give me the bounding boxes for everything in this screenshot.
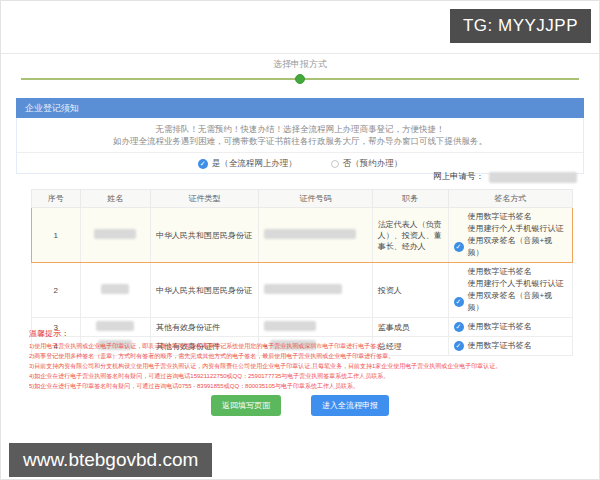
col-header-sign-method: 签名方式	[448, 190, 572, 208]
cell-cert-no	[259, 208, 373, 263]
stepper-current-dot	[295, 74, 305, 84]
radio-appointment[interactable]: 否（预约办理）	[331, 158, 403, 170]
sign-option-label: 使用数字证书签名	[468, 211, 532, 223]
cell-cert-type: 中华人民共和国居民身份证	[151, 208, 259, 263]
cell-duty: 法定代表人（负责人）、投资人、董事长、经办人	[372, 208, 448, 263]
redacted-name	[101, 284, 129, 294]
telegram-watermark: TG: MYYJJPP	[450, 9, 591, 43]
col-header-duty: 职务	[372, 190, 448, 208]
sign-option-selected[interactable]: ✓使用双录签名（音频+视频）	[454, 235, 567, 259]
redacted-cert-no	[264, 284, 342, 294]
radio-unchecked-icon	[331, 160, 339, 168]
check-icon: ✓	[454, 242, 464, 252]
notice-line-2: 如办理全流程业务遇到困难，可携带数字证书前往各行政服务大厅，帮办导办窗口可线下提…	[17, 135, 583, 147]
table-header-row: 序号 姓名 证件类型 证件号码 职务 签名方式	[32, 190, 573, 208]
cell-sign-methods: 使用数字证书签名 使用建行个人手机银行认证 ✓使用双录签名（音频+视频）	[448, 263, 572, 318]
redacted-name	[94, 229, 136, 239]
cell-index: 2	[32, 263, 81, 318]
cell-name	[80, 263, 150, 318]
sign-option-label: 使用建行个人手机银行认证	[468, 278, 564, 290]
cell-index: 1	[32, 208, 81, 263]
table-row: 1 中华人民共和国居民身份证 法定代表人（负责人）、投资人、董事长、经办人 使用…	[32, 208, 573, 263]
cell-cert-no	[259, 263, 373, 318]
col-header-index: 序号	[32, 190, 81, 208]
notice-text: 无需排队！无需预约！快速办结！选择全流程网上办理商事登记，方便快捷！ 如办理全流…	[17, 118, 583, 153]
redacted-application-number	[489, 172, 577, 183]
enter-full-process-button[interactable]: 进入全流程申报	[311, 395, 389, 416]
sign-option-label: 使用双录签名（音频+视频）	[468, 290, 567, 314]
col-header-cert-type: 证件类型	[151, 190, 259, 208]
sign-option-label: 使用双录签名（音频+视频）	[468, 235, 567, 259]
online-application-number: 网上申请号：	[433, 171, 577, 183]
cell-cert-type: 中华人民共和国居民身份证	[151, 263, 259, 318]
sign-option[interactable]: 使用建行个人手机银行认证	[454, 223, 567, 235]
action-buttons: 返回填写页面 进入全流程申报	[1, 395, 599, 416]
stepper-step-label: 选择申报方式	[1, 58, 599, 71]
warm-tips-title: 温馨提示：	[29, 328, 591, 339]
panel-title: 企业登记须知	[16, 98, 584, 118]
warm-tips-block: 温馨提示： 1)使用电子营业执照或企业电子印章认证，即表示贵公司同意授权商事登记…	[29, 328, 591, 391]
sign-option[interactable]: 使用数字证书签名	[454, 211, 567, 223]
radio-online-label: 是（全流程网上办理）	[212, 158, 297, 170]
notice-line-1: 无需排队！无需预约！快速办结！选择全流程网上办理商事登记，方便快捷！	[17, 123, 583, 135]
warm-tips-line-2: 2)商事登记使用多种签名（盖章）方式时有签署的顺序，需先完成其他方式的电子签名，…	[29, 351, 591, 361]
sign-option-label: 使用建行个人手机银行认证	[468, 223, 564, 235]
registration-page: TG: MYYJJPP 选择申报方式 企业登记须知 无需排队！无需预约！快速办结…	[0, 0, 600, 480]
col-header-name: 姓名	[80, 190, 150, 208]
site-watermark: www.btebgovbd.com	[9, 443, 212, 477]
warm-tips-line-3: 3)目前支持内资有限公司和分支机构设立使用电子营业执照认证，内资有限责任公司使用…	[29, 361, 591, 371]
application-number-label: 网上申请号：	[433, 171, 484, 183]
radio-checked-icon: ✓	[198, 159, 208, 169]
warm-tips-line-4: 4)如企业在进行电子营业执照签名时有疑问，可通过咨询电话15921122750或…	[29, 371, 591, 381]
sign-option[interactable]: 使用建行个人手机银行认证	[454, 278, 567, 290]
sign-option[interactable]: 使用数字证书签名	[454, 266, 567, 278]
cell-sign-methods: 使用数字证书签名 使用建行个人手机银行认证 ✓使用双录签名（音频+视频）	[448, 208, 572, 263]
table-row: 2 中华人民共和国居民身份证 投资人 使用数字证书签名 使用建行个人手机银行认证…	[32, 263, 573, 318]
warm-tips-line-5: 5)如企业在进行电子印章签名时有疑问，可通过咨询电话0755 - 8399185…	[29, 381, 591, 391]
col-header-cert-no: 证件号码	[259, 190, 373, 208]
top-divider	[1, 53, 599, 54]
notice-panel: 无需排队！无需预约！快速办结！选择全流程网上办理商事登记，方便快捷！ 如办理全流…	[16, 118, 584, 174]
sign-option-selected[interactable]: ✓使用双录签名（音频+视频）	[454, 290, 567, 314]
radio-appointment-label: 否（预约办理）	[343, 158, 403, 170]
cell-duty: 投资人	[372, 263, 448, 318]
check-icon: ✓	[454, 297, 464, 307]
sign-option-label: 使用数字证书签名	[468, 266, 532, 278]
cell-name	[80, 208, 150, 263]
redacted-cert-no	[264, 229, 356, 239]
radio-online-full-process[interactable]: ✓ 是（全流程网上办理）	[198, 158, 297, 170]
warm-tips-line-1: 1)使用电子营业执照或企业电子印章认证，即表示贵公司同意授权商事登记系统使用您的…	[29, 341, 591, 351]
back-to-form-button[interactable]: 返回填写页面	[211, 395, 281, 416]
